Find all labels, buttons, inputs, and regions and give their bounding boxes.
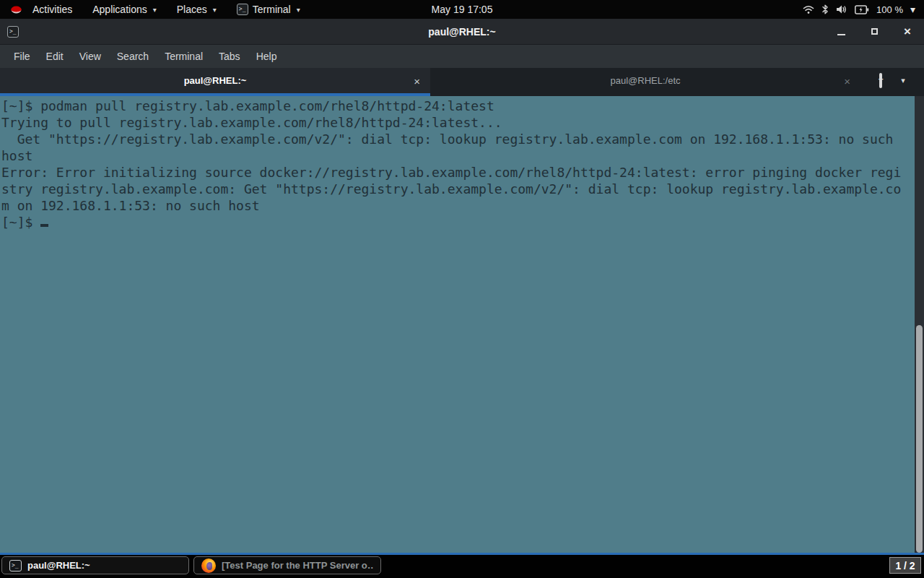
clock-text: May 19 17:05 [432,4,493,15]
chevron-down-icon: ▾ [910,4,915,15]
window-title: paul@RHEL:~ [428,26,495,38]
chevron-down-icon: ▾ [297,6,300,14]
places-label: Places [177,4,207,15]
tab-home[interactable]: paul@RHEL:~ × [0,68,430,96]
scrollbar-thumb[interactable] [916,325,923,553]
terminal-cursor [40,224,48,227]
terminal-appmenu-label: Terminal [253,4,291,15]
activities-button[interactable]: Activities [22,0,82,19]
top-bar: Activities Applications ▾ Places ▾ >_ Te… [0,0,924,19]
menu-help[interactable]: Help [248,46,285,66]
system-status-menu[interactable]: 100 % ▾ [794,0,924,19]
terminal-icon: >_ [237,4,248,15]
terminal-line: m on 192.168.1.1:53: no such host [1,197,915,214]
menu-view[interactable]: View [71,46,109,66]
applications-menu[interactable]: Applications ▾ [82,0,167,19]
new-tab-icon [879,73,882,88]
taskbar-item-terminal[interactable]: >_ paul@RHEL:~ [1,556,189,574]
redhat-logo-icon [10,4,22,14]
terminal-scrollbar[interactable] [915,96,924,553]
terminal-appmenu[interactable]: >_ Terminal ▾ [227,0,310,19]
taskbar-firefox-label: [Test Page for the HTTP Server o… [222,560,373,571]
terminal-line: Trying to pull registry.lab.example.com/… [1,114,915,131]
close-button[interactable]: × [898,24,917,40]
tab-home-label: paul@RHEL:~ [184,75,247,86]
terminal-menubar: File Edit View Search Terminal Tabs Help [0,45,924,68]
chevron-down-icon: ▾ [213,6,217,14]
chevron-down-icon: ▾ [153,6,157,14]
volume-icon [836,4,847,14]
taskbar-terminal-label: paul@RHEL:~ [27,560,90,571]
firefox-icon [201,558,216,573]
minimize-button[interactable] [832,24,850,40]
terminal-line: stry registry.lab.example.com: Get "http… [1,181,915,197]
maximize-icon [871,28,878,35]
close-icon: × [904,25,911,38]
terminal-icon: >_ [9,560,22,571]
tab-etc-label: paul@RHEL:/etc [610,75,680,86]
wifi-icon [803,5,814,14]
applications-label: Applications [92,4,147,15]
bluetooth-icon [821,4,829,14]
maximize-button[interactable] [865,24,884,40]
terminal-line: Error: Error initializing source docker:… [1,164,915,181]
tab-etc[interactable]: paul@RHEL:/etc × [430,68,860,96]
terminal-prompt-line: [~]$ [1,214,915,230]
workspace-indicator[interactable]: 1 / 2 [889,557,921,574]
new-tab-button[interactable] [879,74,882,87]
clock[interactable]: May 19 17:05 [432,0,493,19]
tab-close-icon[interactable]: × [844,74,850,87]
terminal-line: [~]$ podman pull registry.lab.example.co… [1,98,915,114]
menu-search[interactable]: Search [109,46,157,66]
window-titlebar[interactable]: >_ paul@RHEL:~ × [0,19,924,45]
tab-controls: ▾ [860,68,924,96]
terminal-output[interactable]: [~]$ podman pull registry.lab.example.co… [0,96,915,553]
menu-edit[interactable]: Edit [38,46,71,66]
prompt: [~]$ [1,215,32,230]
battery-icon [855,5,869,14]
minimize-icon [837,34,845,35]
tab-close-icon[interactable]: × [414,74,420,87]
menu-file[interactable]: File [6,46,38,66]
window-terminal-icon: >_ [7,26,19,38]
taskbar-item-firefox[interactable]: [Test Page for the HTTP Server o… [193,556,381,574]
terminal-line: Get "https://registry.lab.example.com/v2… [1,131,915,147]
menu-tabs[interactable]: Tabs [211,46,248,66]
tab-list-dropdown[interactable]: ▾ [901,76,905,85]
window-list-panel: >_ paul@RHEL:~ [Test Page for the HTTP S… [0,555,924,576]
menu-terminal[interactable]: Terminal [157,46,211,66]
activities-label: Activities [32,4,72,15]
terminal-line: host [1,147,915,164]
battery-percent: 100 % [876,4,903,15]
places-menu[interactable]: Places ▾ [167,0,227,19]
tab-bar: paul@RHEL:~ × paul@RHEL:/etc × ▾ [0,68,924,96]
terminal-window: [~]$ podman pull registry.lab.example.co… [0,96,924,553]
workspace-indicator-text: 1 / 2 [895,560,915,571]
